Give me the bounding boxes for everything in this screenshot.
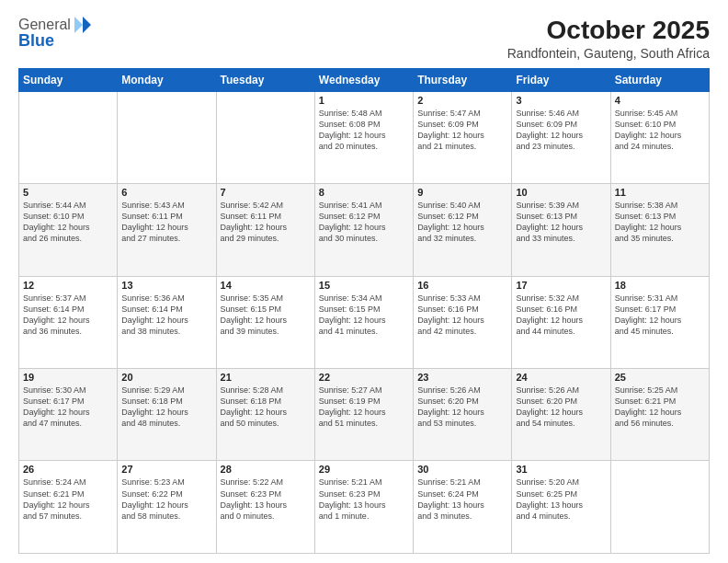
day-info: Sunrise: 5:23 AM Sunset: 6:22 PM Dayligh… [121,477,211,522]
day-info: Sunrise: 5:26 AM Sunset: 6:20 PM Dayligh… [417,385,507,430]
table-row: 26Sunrise: 5:24 AM Sunset: 6:21 PM Dayli… [19,461,118,554]
table-row: 15Sunrise: 5:34 AM Sunset: 6:15 PM Dayli… [314,276,413,368]
day-info: Sunrise: 5:48 AM Sunset: 6:08 PM Dayligh… [319,108,409,153]
day-number: 30 [417,464,507,475]
table-row: 9Sunrise: 5:40 AM Sunset: 6:12 PM Daylig… [414,184,512,276]
day-info: Sunrise: 5:21 AM Sunset: 6:23 PM Dayligh… [319,477,409,522]
day-number: 24 [516,372,606,383]
day-info: Sunrise: 5:41 AM Sunset: 6:12 PM Dayligh… [319,200,409,245]
header: General Blue October 2025 Randfontein, G… [18,15,710,61]
col-header-tuesday: Tuesday [216,68,314,91]
table-row: 16Sunrise: 5:33 AM Sunset: 6:16 PM Dayli… [414,276,512,368]
day-number: 1 [319,95,409,106]
day-number: 9 [417,187,507,198]
day-number: 28 [221,464,311,475]
page-title: October 2025 [507,15,710,46]
day-number: 27 [121,464,211,475]
day-info: Sunrise: 5:25 AM Sunset: 6:21 PM Dayligh… [615,385,705,430]
table-row [19,91,118,183]
table-row: 5Sunrise: 5:44 AM Sunset: 6:10 PM Daylig… [19,184,118,276]
table-row [118,91,216,183]
table-row: 31Sunrise: 5:20 AM Sunset: 6:25 PM Dayli… [512,461,610,554]
table-row: 7Sunrise: 5:42 AM Sunset: 6:11 PM Daylig… [216,184,314,276]
calendar-week-row: 19Sunrise: 5:30 AM Sunset: 6:17 PM Dayli… [19,369,710,461]
day-info: Sunrise: 5:28 AM Sunset: 6:18 PM Dayligh… [221,385,311,430]
table-row: 21Sunrise: 5:28 AM Sunset: 6:18 PM Dayli… [216,369,314,461]
table-row [216,91,314,183]
day-number: 13 [121,280,211,291]
table-row: 12Sunrise: 5:37 AM Sunset: 6:14 PM Dayli… [19,276,118,368]
col-header-friday: Friday [512,68,610,91]
day-info: Sunrise: 5:39 AM Sunset: 6:13 PM Dayligh… [516,200,606,245]
col-header-monday: Monday [118,68,216,91]
page-subtitle: Randfontein, Gauteng, South Africa [507,46,710,61]
table-row: 3Sunrise: 5:46 AM Sunset: 6:09 PM Daylig… [512,91,610,183]
table-row: 29Sunrise: 5:21 AM Sunset: 6:23 PM Dayli… [314,461,413,554]
logo: General Blue [18,15,93,51]
title-block: October 2025 Randfontein, Gauteng, South… [507,15,710,61]
table-row: 11Sunrise: 5:38 AM Sunset: 6:13 PM Dayli… [610,184,709,276]
table-row: 8Sunrise: 5:41 AM Sunset: 6:12 PM Daylig… [314,184,413,276]
day-number: 5 [23,187,113,198]
page: General Blue October 2025 Randfontein, G… [0,0,728,563]
table-row: 25Sunrise: 5:25 AM Sunset: 6:21 PM Dayli… [610,369,709,461]
day-number: 23 [417,372,507,383]
svg-marker-0 [83,17,91,33]
day-info: Sunrise: 5:32 AM Sunset: 6:16 PM Dayligh… [516,293,606,338]
day-number: 2 [417,95,507,106]
day-info: Sunrise: 5:36 AM Sunset: 6:14 PM Dayligh… [121,293,211,338]
day-number: 4 [615,95,705,106]
calendar-week-row: 1Sunrise: 5:48 AM Sunset: 6:08 PM Daylig… [19,91,710,183]
day-info: Sunrise: 5:30 AM Sunset: 6:17 PM Dayligh… [23,385,113,430]
calendar-week-row: 26Sunrise: 5:24 AM Sunset: 6:21 PM Dayli… [19,461,710,554]
day-number: 22 [319,372,409,383]
table-row: 13Sunrise: 5:36 AM Sunset: 6:14 PM Dayli… [118,276,216,368]
col-header-wednesday: Wednesday [314,68,413,91]
day-number: 31 [516,464,606,475]
table-row: 4Sunrise: 5:45 AM Sunset: 6:10 PM Daylig… [610,91,709,183]
calendar-header-row: Sunday Monday Tuesday Wednesday Thursday… [19,68,710,91]
day-number: 12 [23,280,113,291]
table-row: 18Sunrise: 5:31 AM Sunset: 6:17 PM Dayli… [610,276,709,368]
day-number: 25 [615,372,705,383]
table-row: 6Sunrise: 5:43 AM Sunset: 6:11 PM Daylig… [118,184,216,276]
day-number: 26 [23,464,113,475]
logo-flag-icon [73,15,93,35]
day-number: 21 [221,372,311,383]
day-info: Sunrise: 5:42 AM Sunset: 6:11 PM Dayligh… [221,200,311,245]
day-info: Sunrise: 5:37 AM Sunset: 6:14 PM Dayligh… [23,293,113,338]
day-info: Sunrise: 5:20 AM Sunset: 6:25 PM Dayligh… [516,477,606,522]
day-number: 14 [221,280,311,291]
table-row: 27Sunrise: 5:23 AM Sunset: 6:22 PM Dayli… [118,461,216,554]
table-row [610,461,709,554]
table-row: 19Sunrise: 5:30 AM Sunset: 6:17 PM Dayli… [19,369,118,461]
day-info: Sunrise: 5:24 AM Sunset: 6:21 PM Dayligh… [23,477,113,522]
table-row: 20Sunrise: 5:29 AM Sunset: 6:18 PM Dayli… [118,369,216,461]
day-info: Sunrise: 5:27 AM Sunset: 6:19 PM Dayligh… [319,385,409,430]
table-row: 24Sunrise: 5:26 AM Sunset: 6:20 PM Dayli… [512,369,610,461]
calendar-week-row: 5Sunrise: 5:44 AM Sunset: 6:10 PM Daylig… [19,184,710,276]
day-info: Sunrise: 5:38 AM Sunset: 6:13 PM Dayligh… [615,200,705,245]
table-row: 23Sunrise: 5:26 AM Sunset: 6:20 PM Dayli… [414,369,512,461]
table-row: 17Sunrise: 5:32 AM Sunset: 6:16 PM Dayli… [512,276,610,368]
day-number: 18 [615,280,705,291]
day-info: Sunrise: 5:46 AM Sunset: 6:09 PM Dayligh… [516,108,606,153]
table-row: 14Sunrise: 5:35 AM Sunset: 6:15 PM Dayli… [216,276,314,368]
day-number: 16 [417,280,507,291]
day-number: 3 [516,95,606,106]
day-number: 17 [516,280,606,291]
col-header-thursday: Thursday [414,68,512,91]
day-number: 8 [319,187,409,198]
table-row: 22Sunrise: 5:27 AM Sunset: 6:19 PM Dayli… [314,369,413,461]
day-info: Sunrise: 5:31 AM Sunset: 6:17 PM Dayligh… [615,293,705,338]
day-info: Sunrise: 5:43 AM Sunset: 6:11 PM Dayligh… [121,200,211,245]
day-info: Sunrise: 5:44 AM Sunset: 6:10 PM Dayligh… [23,200,113,245]
day-number: 19 [23,372,113,383]
table-row: 2Sunrise: 5:47 AM Sunset: 6:09 PM Daylig… [414,91,512,183]
day-info: Sunrise: 5:21 AM Sunset: 6:24 PM Dayligh… [417,477,507,522]
day-info: Sunrise: 5:40 AM Sunset: 6:12 PM Dayligh… [417,200,507,245]
col-header-saturday: Saturday [610,68,709,91]
day-info: Sunrise: 5:45 AM Sunset: 6:10 PM Dayligh… [615,108,705,153]
day-number: 7 [221,187,311,198]
day-number: 6 [121,187,211,198]
